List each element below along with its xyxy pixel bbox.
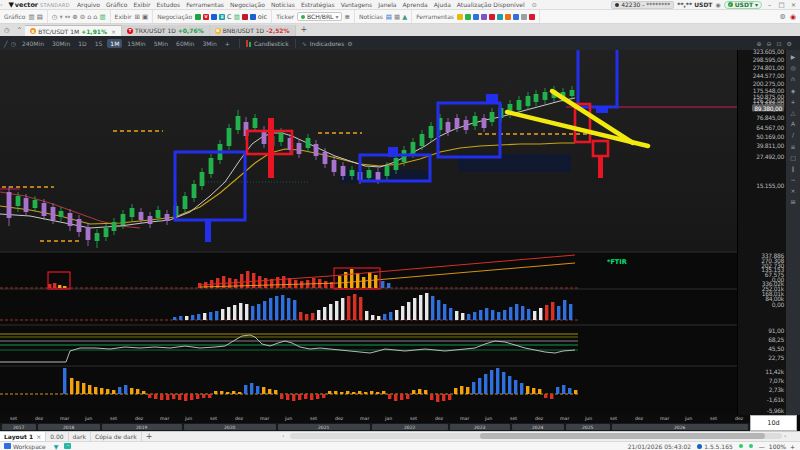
toolbar-icon[interactable]: ▲ [402,13,407,21]
scroll-right-icon[interactable]: › [784,432,786,439]
chart-tool-icon[interactable]: ⊡ [777,40,782,47]
cursor-icon[interactable]: ▶ [791,53,796,60]
toolbar-action-icon[interactable] [465,14,471,20]
measure-icon[interactable]: △ [791,109,796,116]
time-axis-years[interactable]: 2017201820192020202120222023202420252026 [0,423,750,431]
toolbar-action-icon[interactable] [211,14,217,20]
timeframe-240min[interactable]: 240Min [19,39,47,48]
timeframe-1d[interactable]: 1D [75,39,89,48]
toolbar-icon[interactable]: ⌂ [87,13,91,21]
currency-badge[interactable]: ✓USDT▾ [724,1,762,9]
layout-tab-co-pia-de-dark[interactable]: Cópia de dark [91,432,142,441]
timeframe-3min[interactable]: 3Min [199,39,219,48]
add-tab-button[interactable]: + [301,25,308,34]
gear-icon[interactable]: ⚙ [347,40,352,47]
timeframe-1m[interactable]: 1M [107,39,122,48]
hline-icon[interactable]: ≡ [790,143,795,150]
chart-type-button[interactable]: Candlestick [254,40,289,47]
toolbar-icon[interactable]: ◷ [52,13,58,21]
workspace-button[interactable]: Workspace [4,443,46,450]
toolbar-action-icon[interactable] [473,14,479,20]
ticker-select[interactable]: BCH/BRL▾ [297,12,342,21]
layout-tab-0-00[interactable]: 0.00 [46,432,68,441]
eye-icon[interactable]: ◉ [715,1,720,8]
wave-icon[interactable]: ~ [790,176,795,183]
history-icon[interactable]: ◷ [4,26,10,34]
rectangle-tool-icon[interactable]: □ [790,154,796,161]
toolbar-action-icon[interactable] [457,14,463,20]
zoom-in-button[interactable]: + [790,443,795,450]
close-icon[interactable]: × [36,433,41,440]
toolbar-icon[interactable]: ≣ [344,13,349,21]
toolbar-icon[interactable]: ⌂ [93,13,97,21]
main-chart-canvas[interactable]: *FTIR [0,50,737,415]
text-tool-icon[interactable]: A [791,120,795,127]
timeframe-30min[interactable]: 30Min [49,39,73,48]
clock-icon[interactable]: ◷ [11,40,16,47]
layout-tab-layout-1[interactable]: Layout 1× [0,432,46,441]
toolbar-action-icon[interactable] [481,14,487,20]
year-band-2021[interactable]: 2021 [278,424,370,430]
timeframe-1s[interactable]: 1S [92,39,106,48]
year-band-2017[interactable]: 2017 [2,424,36,430]
toolbar-icon[interactable]: ⊞ [135,13,140,21]
timeframe-60min[interactable]: 60Min [173,39,197,48]
toolbar-icon[interactable]: ↔ [65,13,70,21]
year-band-2022[interactable]: 2022 [372,424,448,430]
trendline-icon[interactable]: ∕ [792,131,794,138]
parallel-channel-icon[interactable]: ∥ [792,165,795,172]
toolbar-action-icon[interactable] [529,14,535,20]
profile-icon[interactable]: ◉ [790,13,796,21]
toolbar-action-icon[interactable] [521,14,527,20]
timeframe-15min[interactable]: 15Min [124,39,148,48]
toolbar-icon[interactable]: ▤ [386,13,392,21]
shapes-icon[interactable]: ◈ [791,87,796,94]
menu-atualizac-a-o-disponi-vel[interactable]: Atualização Disponível [457,1,525,8]
menu-arquivo[interactable]: Arquivo [77,1,100,8]
timeframe-5min[interactable]: 5Min [151,39,171,48]
menu-estudos[interactable]: Estudos [156,1,180,8]
toolbar-icon[interactable]: ⊖ [80,13,85,21]
year-band-2020[interactable]: 2020 [184,424,276,430]
zoom-out-button[interactable]: — [759,443,765,450]
toolbar-icon[interactable]: ▥ [234,13,240,21]
toolbar-icon[interactable]: ▣ [142,13,148,21]
toolbar-icon[interactable]: ▦ [394,13,400,21]
close-button[interactable]: × [789,1,798,9]
drawing-tools-column[interactable]: ▶◎∩◈+△A∕≡□∥~×⊞ [786,50,800,415]
chart-tab-bnb-usdt[interactable]: BBNB/USDT 1D-2,52% [210,25,296,36]
price-axis[interactable]: 323.605,00298.595,00274.801,00244.577,00… [737,50,786,415]
chart-tool-icon[interactable]: ⊖ [767,40,772,47]
time-axis-months[interactable]: setdezmarjunsetdezmarjunsetdezmarjunsetd… [0,415,750,423]
toolbar-action-icon[interactable] [250,14,256,20]
toolbar-action-icon[interactable] [513,14,519,20]
filter-icon[interactable]: ▼ [54,443,59,450]
menu-ferramentas[interactable]: Ferramentas [186,1,224,8]
collapse-icon[interactable]: ‹ [0,1,2,8]
scroll-left-icon[interactable]: ‹ [282,432,284,439]
toolbar-action-icon[interactable] [489,14,495,20]
toolbar-action-icon[interactable]: ≣ [219,14,225,20]
toolbar-icon[interactable]: ▤ [37,13,43,21]
horizontal-scrollbar[interactable] [290,433,782,439]
year-band-2026[interactable]: 2026 [612,424,748,430]
toolbar-icon[interactable]: ▥ [29,13,35,21]
menu-gra-fico[interactable]: Gráfico [106,1,128,8]
minimize-button[interactable]: – [765,1,774,9]
magnet-icon[interactable]: ∩ [791,75,795,82]
toolbar-icon[interactable]: ⊕ [72,13,77,21]
settings-gear-icon[interactable]: ⚙ [780,13,786,21]
menu-noti-cias[interactable]: Notícias [271,1,295,8]
year-band-2019[interactable]: 2019 [102,424,182,430]
maximize-button[interactable]: □ [777,1,786,9]
toolbar-action-icon[interactable] [242,14,248,20]
menu-janela[interactable]: Janela [378,1,396,8]
menu-negociac-a-o[interactable]: Negociação [230,1,265,8]
year-band-2025[interactable]: 2025 [566,424,610,430]
toolbar-action-icon[interactable]: V [203,14,209,20]
widget-icon[interactable]: ~ [64,443,71,449]
account-selector[interactable]: 42230 - ******** [611,1,674,9]
chart-tool-icon[interactable]: ⊕ [757,40,762,47]
grid-icon[interactable]: ⊞ [790,198,795,205]
year-band-2024[interactable]: 2024 [512,424,564,430]
